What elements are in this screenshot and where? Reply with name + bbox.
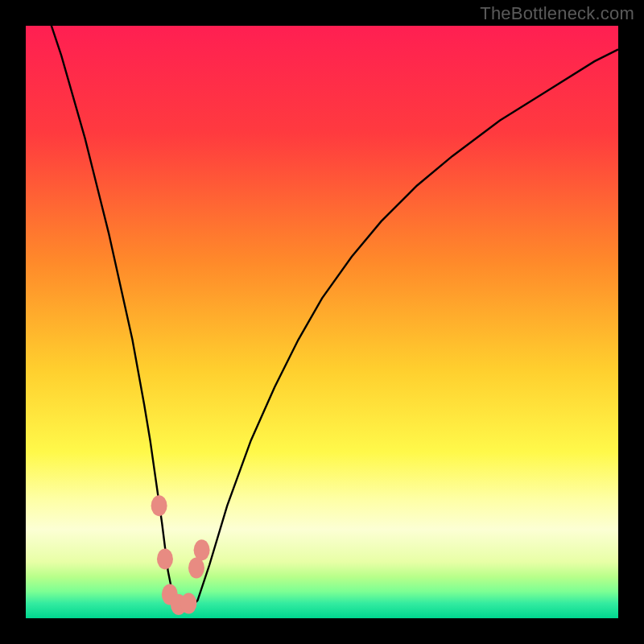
left-marker-lower [157, 548, 173, 569]
chart-container: TheBottleneck.com [0, 0, 644, 644]
right-marker-lower [194, 539, 210, 560]
gradient-background [26, 26, 618, 618]
chart-svg [26, 26, 618, 618]
plot-area [26, 26, 618, 618]
watermark-text: TheBottleneck.com [480, 3, 634, 24]
bottom-marker-3 [180, 593, 196, 614]
left-marker-upper [151, 495, 167, 516]
